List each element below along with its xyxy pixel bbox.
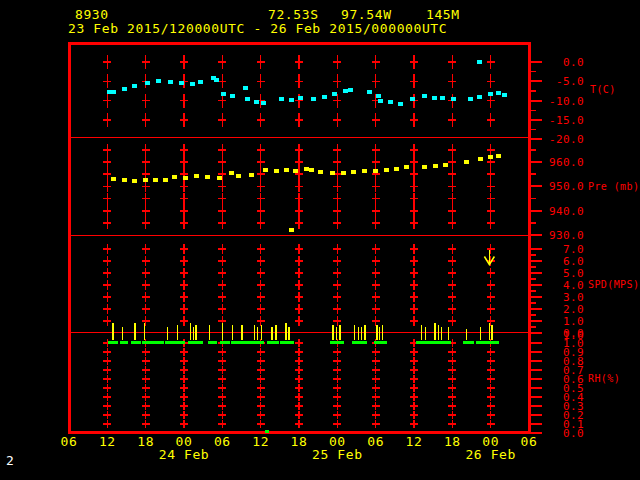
down-arrow-icon <box>484 250 494 265</box>
x-axis-date-label: 25 Feb <box>312 447 363 462</box>
meteogram-svg <box>0 0 640 480</box>
x-axis-date-label: 26 Feb <box>465 447 516 462</box>
wind-speed-axis-unit: SPD(MPS) <box>588 279 639 290</box>
y-axis-label-t: -10.0 <box>549 95 584 108</box>
y-axis-label-t: -20.0 <box>549 133 584 146</box>
x-axis-hour-label: 12 <box>99 434 116 449</box>
y-axis-label-p: 950.0 <box>549 180 584 193</box>
y-axis-label-rh: 0.0 <box>563 427 584 440</box>
pressure-series <box>111 154 501 232</box>
pressure-axis-unit: Pre (mb) <box>588 181 639 192</box>
temperature-series <box>107 60 506 106</box>
grid-tick-marks <box>103 55 541 433</box>
y-axis-label-t: 0.0 <box>563 56 584 69</box>
x-axis-hour-label: 18 <box>137 434 154 449</box>
y-axis-label-p: 960.0 <box>549 156 584 169</box>
y-axis-label-t: -15.0 <box>549 114 584 127</box>
y-axis-label-t: -5.0 <box>556 75 584 88</box>
x-axis-hour-label: 12 <box>406 434 423 449</box>
y-axis-label-p: 940.0 <box>549 205 584 218</box>
x-axis-hour-label: 06 <box>214 434 231 449</box>
x-axis-hour-label: 06 <box>367 434 384 449</box>
x-axis-hour-label: 12 <box>252 434 269 449</box>
y-axis-label-p: 930.0 <box>549 229 584 242</box>
x-axis-hour-label: 18 <box>291 434 308 449</box>
page-number: 2 <box>6 453 14 468</box>
x-axis-hour-label: 06 <box>521 434 538 449</box>
wind-barb-series <box>113 250 494 340</box>
humidity-series <box>108 341 499 433</box>
temperature-axis-unit: T(C) <box>590 84 616 95</box>
x-axis-date-label: 24 Feb <box>159 447 210 462</box>
x-axis-hour-label: 06 <box>61 434 78 449</box>
meteogram-screen: 8930 72.53S 97.54W 145M 23 Feb 2015/1200… <box>0 0 640 480</box>
humidity-axis-unit: RH(%) <box>588 373 620 384</box>
x-axis-hour-label: 18 <box>444 434 461 449</box>
